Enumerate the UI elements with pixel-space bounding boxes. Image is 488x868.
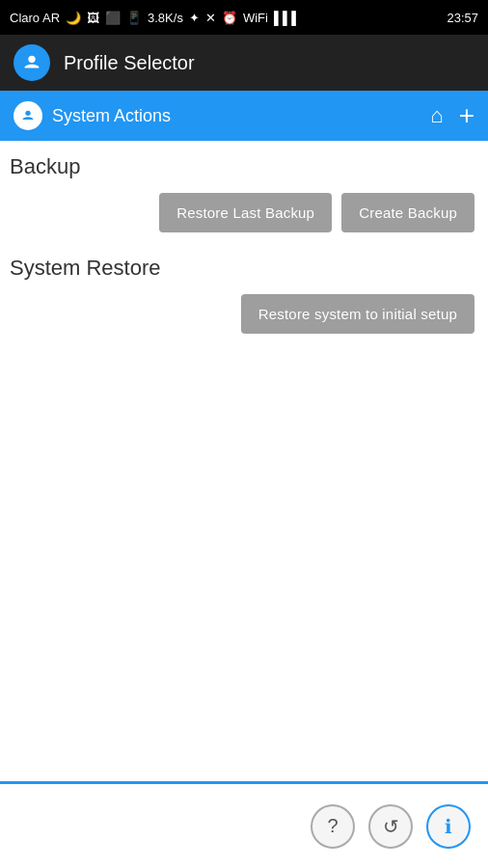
backup-section: Backup Restore Last Backup Create Backup	[10, 154, 478, 232]
wifi-icon: WiFi	[243, 11, 268, 25]
info-button[interactable]: ℹ	[426, 804, 471, 849]
system-restore-button-row: Restore system to initial setup	[10, 294, 478, 334]
home-icon[interactable]: ⌂	[430, 103, 443, 128]
bbm-icon: ⬛	[105, 11, 121, 25]
create-backup-button[interactable]: Create Backup	[341, 193, 474, 232]
info-icon: ℹ	[445, 815, 452, 838]
refresh-icon: ↺	[383, 815, 399, 838]
content-area: Backup Restore Last Backup Create Backup…	[0, 141, 488, 370]
help-icon: ?	[327, 815, 338, 837]
help-button[interactable]: ?	[311, 804, 355, 849]
nav-actions: ⌂ +	[430, 100, 474, 131]
moon-icon: 🌙	[66, 11, 81, 25]
nav-left: System Actions	[14, 101, 171, 130]
status-right: 23:57	[447, 11, 478, 25]
backup-section-title: Backup	[10, 154, 478, 179]
bottom-bar: ? ↺ ℹ	[0, 781, 488, 868]
speed-label: 3.8K/s	[148, 11, 183, 25]
nav-title: System Actions	[52, 106, 171, 126]
alarm-icon: ⏰	[222, 11, 237, 25]
nav-bar: System Actions ⌂ +	[0, 91, 488, 141]
svg-point-1	[25, 111, 30, 116]
restore-initial-setup-button[interactable]: Restore system to initial setup	[241, 294, 474, 334]
status-bar: Claro AR 🌙 🖼 ⬛ 📱 3.8K/s ✦ ✕ ⏰ WiFi ▌▌▌ 2…	[0, 0, 488, 35]
nav-user-icon	[14, 101, 42, 130]
svg-point-0	[28, 56, 35, 63]
carrier-label: Claro AR	[10, 11, 60, 25]
app-titlebar: Profile Selector	[0, 35, 488, 91]
refresh-button[interactable]: ↺	[368, 804, 413, 849]
system-restore-section-title: System Restore	[10, 256, 478, 281]
add-icon[interactable]: +	[459, 100, 474, 131]
app-icon	[14, 44, 50, 81]
app-title: Profile Selector	[64, 52, 195, 74]
bars-icon: ▌▌▌	[274, 11, 301, 25]
backup-button-row: Restore Last Backup Create Backup	[10, 193, 478, 232]
status-left: Claro AR 🌙 🖼 ⬛ 📱 3.8K/s ✦ ✕ ⏰ WiFi ▌▌▌	[10, 11, 301, 25]
phone-icon: 📱	[126, 11, 142, 25]
bluetooth-icon: ✦	[189, 11, 200, 25]
image-icon: 🖼	[87, 11, 99, 25]
clock-label: 23:57	[447, 11, 478, 25]
restore-last-backup-button[interactable]: Restore Last Backup	[159, 193, 332, 232]
system-restore-section: System Restore Restore system to initial…	[10, 256, 478, 334]
signal-x-icon: ✕	[205, 11, 216, 25]
